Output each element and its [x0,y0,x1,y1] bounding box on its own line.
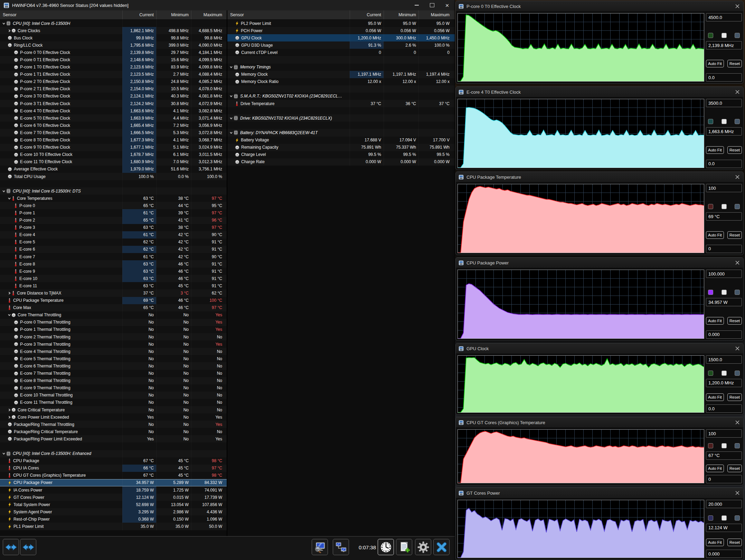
close-icon[interactable] [735,420,740,425]
close-icon[interactable] [735,175,740,179]
column-sensor[interactable]: Sensor [227,10,350,19]
fill-color-swatch[interactable] [722,290,727,295]
sensor-row[interactable]: Remaining Capacity75.891 Wh75.337 Wh75.8… [227,144,455,151]
sensor-row[interactable]: CPU Package67 °C45 °C98 °C [0,457,227,465]
grid-color-swatch[interactable] [735,371,740,376]
auto-fit-button[interactable]: Auto Fit [706,393,724,401]
column-maximum[interactable]: Maximum [418,10,452,19]
sensor-row[interactable]: P-core 1 Thermal ThrottlingNoNoYes [0,326,227,333]
reset-button[interactable]: Reset [727,393,742,401]
sensor-row[interactable]: E-core 11 T0 Effective Clock1,680.9 MHz7… [0,158,227,166]
auto-fit-button[interactable]: Auto Fit [706,465,724,472]
line-color-swatch[interactable] [708,204,713,209]
sensor-row[interactable]: E-core 6 T0 Effective Clock1,665.4 MHz7.… [0,122,227,129]
auto-fit-button[interactable]: Auto Fit [706,539,724,546]
sensor-row[interactable]: Rest-of-Chip Power0.368 W0.150 W1.096 W [0,515,227,523]
sensor-row[interactable]: E-core 863 °C46 °C91 °C [0,260,227,268]
sensor-row[interactable]: E-core 1063 °C46 °C91 °C [0,275,227,282]
chevron-down-icon[interactable] [1,22,6,25]
grid-color-swatch[interactable] [735,515,740,521]
sensor-row[interactable]: Core Temperatures63 °C38 °C97 °C [0,195,227,202]
sensor-row[interactable]: CPU GT Cores (Graphics) Temperature67 °C… [0,472,227,479]
close-icon[interactable] [735,4,740,9]
sensor-row[interactable]: Core Power Limit ExceededYesNoYes [0,413,227,421]
sensor-row[interactable]: P-core 265 °C41 °C96 °C [0,217,227,224]
sensor-row[interactable]: P-core 363 °C38 °C97 °C [0,224,227,231]
sensor-row[interactable]: P-core 065 °C44 °C95 °C [0,202,227,209]
column-minimum[interactable]: Minimum [156,10,191,19]
sensor-row[interactable]: Total System Power52.698 W13.054 W107.85… [0,501,227,508]
sensor-row[interactable]: P-core 1 T1 Effective Clock2,123.5 MHz2.… [0,71,227,78]
sensor-group-row[interactable]: CPU [#0]: Intel Core i5-13500H: Enhanced [0,450,227,457]
close-icon[interactable] [735,260,740,265]
sensor-row[interactable]: System Agent Power3.295 W2.986 W4.436 W [0,508,227,515]
fill-color-swatch[interactable] [722,33,727,38]
sensor-row[interactable]: P-core 0 T0 Effective Clock2,139.8 MHz29… [0,49,227,56]
line-color-swatch[interactable] [708,290,713,295]
sensor-row[interactable]: E-core 761 °C42 °C90 °C [0,253,227,260]
sensor-row[interactable]: E-core 662 °C42 °C91 °C [0,246,227,253]
grid-color-swatch[interactable] [735,290,740,295]
auto-fit-button[interactable]: Auto Fit [706,231,724,239]
reset-button[interactable]: Reset [727,539,742,546]
close-button[interactable]: × [440,0,455,10]
graph-titlebar[interactable]: P-core 0 T0 Effective Clock [456,1,743,12]
sensor-row[interactable]: Ring/LLC Clock1,795.6 MHz399.0 MHz4,090.… [0,41,227,49]
sensor-row[interactable]: Total CPU Usage100.0 %0.0 %100.0 % [0,173,227,180]
sensor-row[interactable]: P-core 2 T1 Effective Clock2,154.0 MHz10… [0,85,227,93]
sensor-row[interactable]: Package/Ring Thermal ThrottlingNoNoYes [0,421,227,428]
sensor-row[interactable]: Memory Clock1,197.1 MHz1,197.1 MHz1,197.… [227,71,455,78]
sensor-row[interactable]: E-core 7 T0 Effective Clock1,666.5 MHz5.… [0,129,227,136]
expand-columns-button[interactable] [3,539,19,555]
sensor-row[interactable]: Charge Level99.5 %99.5 %99.5 % [227,151,455,158]
sensor-row[interactable]: GT Cores Power12.124 W0.015 W17.739 W [0,494,227,501]
chevron-right-icon[interactable] [7,408,11,412]
sensor-row[interactable]: E-core 10 T0 Effective Clock1,678.7 MHz6… [0,151,227,158]
sensor-row[interactable]: Charge Rate0.000 W0.000 W0.000 W [227,158,455,166]
chevron-down-icon[interactable] [7,313,11,317]
sensor-row[interactable]: Average Effective Clock1,979.0 MHz51.6 M… [0,166,227,173]
sensor-row[interactable]: E-core 562 °C42 °C91 °C [0,239,227,246]
sensor-row[interactable]: Drive Temperature37 °C36 °C37 °C [227,100,455,107]
sensor-row[interactable]: Core Critical TemperatureNoNoNo [0,406,227,413]
chevron-down-icon[interactable] [1,189,6,193]
sensor-row[interactable]: P-core 3 T0 Effective Clock2,124.1 MHz40… [0,93,227,100]
sensor-row[interactable]: E-core 8 T0 Effective Clock1,677.3 MHz4.… [0,137,227,144]
column-current[interactable]: Current [350,10,384,19]
sensor-row[interactable]: GPU D3D Usage91.3 %2.6 %100.0 % [227,41,455,49]
sensor-row[interactable]: E-core 1163 °C45 °C91 °C [0,282,227,289]
sensor-row[interactable]: E-core 11 Thermal ThrottlingNoNoNo [0,399,227,406]
system-summary-button[interactable] [312,539,328,555]
sensor-row[interactable]: Core Distance to TjMAX37 °C3 °C62 °C [0,289,227,297]
sensor-row[interactable]: Package/Ring Critical TemperatureNoNoNo [0,428,227,435]
chevron-right-icon[interactable] [7,29,11,32]
sensor-group-row[interactable]: Drive: KBG50ZNV1T02 KIOXIA (234C8291ECLX… [227,114,455,122]
grid-color-swatch[interactable] [735,443,740,448]
line-color-swatch[interactable] [708,515,713,521]
chevron-down-icon[interactable] [1,452,6,455]
sensor-row[interactable]: Memory Clock Ratio12.00 x12.00 x12.00 x [227,78,455,85]
reset-button[interactable]: Reset [727,317,742,325]
sensor-row[interactable]: E-core 10 Thermal ThrottlingNoNoNo [0,392,227,399]
sensor-row[interactable]: E-core 5 T0 Effective Clock1,663.9 MHz4.… [0,114,227,122]
close-icon[interactable] [735,346,740,351]
sensor-row[interactable]: P-core 1 T0 Effective Clock2,123.6 MHz83… [0,64,227,71]
sensor-row[interactable]: Battery Voltage17.688 V17.094 V17.700 V [227,137,455,144]
fill-color-swatch[interactable] [722,371,727,376]
exit-button[interactable] [433,539,450,555]
fill-color-swatch[interactable] [722,443,727,448]
sensor-row[interactable]: P-core 3 T1 Effective Clock2,124.2 MHz30… [0,100,227,107]
collapse-columns-button[interactable] [20,539,36,555]
fill-color-swatch[interactable] [722,515,727,521]
report-button[interactable] [396,539,412,555]
sensor-row[interactable]: E-core 7 Thermal ThrottlingNoNoNo [0,370,227,377]
grid-color-swatch[interactable] [735,204,740,209]
sensor-row[interactable]: E-core 6 Thermal ThrottlingNoNoNo [0,362,227,370]
sensor-row[interactable]: Package/Ring Power Limit ExceededYesNoYe… [0,435,227,442]
sensor-row[interactable]: P-core 0 T1 Effective Clock2,148.6 MHz15… [0,56,227,63]
sensor-row[interactable]: Core Thermal ThrottlingNoNoYes [0,311,227,319]
sensor-group-row[interactable]: CPU [#0]: Intel Core i5-13500H: DTS [0,187,227,195]
sensor-row[interactable]: E-core 9 Thermal ThrottlingNoNoNo [0,384,227,392]
column-maximum[interactable]: Maximum [191,10,225,19]
auto-fit-button[interactable]: Auto Fit [706,60,724,67]
